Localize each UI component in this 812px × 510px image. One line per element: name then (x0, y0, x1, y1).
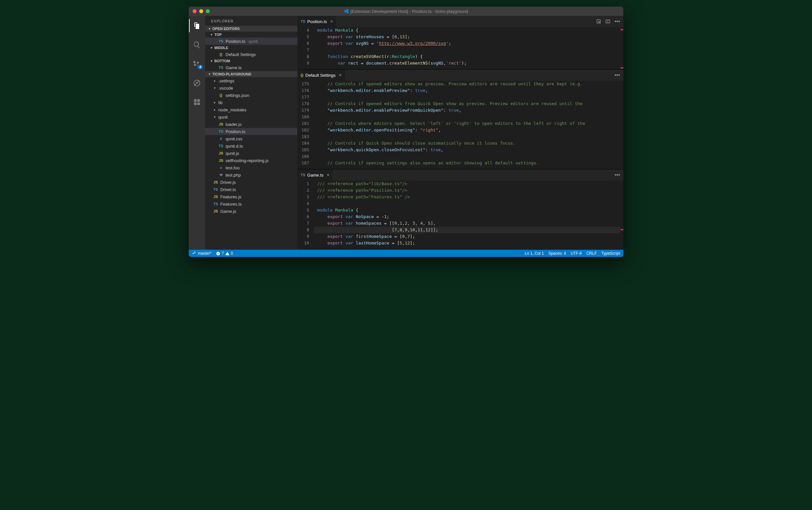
open-editors-group-header[interactable]: ▾MIDDLE (205, 45, 297, 51)
code-line[interactable] (314, 200, 620, 207)
close-icon[interactable]: × (327, 172, 329, 177)
code-line[interactable]: // Controls if opened editors from Quick… (314, 101, 620, 107)
open-editors-group-header[interactable]: ▾TOP (205, 32, 297, 37)
titlebar[interactable]: [Extension Development Host] - Position.… (189, 7, 623, 16)
open-editor-item[interactable]: {}Default Settings (205, 51, 297, 58)
open-editor-item[interactable]: TSPosition.tsqunit (205, 37, 297, 45)
code-line[interactable] (314, 114, 620, 120)
code-area[interactable]: 456789module Mankala { export var storeH… (297, 27, 623, 69)
file-item[interactable]: JSFeatures.js (205, 193, 297, 200)
code-line[interactable] (314, 153, 620, 160)
file-item[interactable]: JSGame.js (205, 207, 297, 215)
status-problems[interactable]: 7 0 (216, 251, 233, 256)
code-content[interactable]: // Controls if opened editors show as pr… (314, 81, 620, 169)
file-item[interactable]: ❤test.php (205, 171, 297, 178)
file-item[interactable]: JSloader.js (205, 120, 297, 128)
activity-debug[interactable] (189, 77, 205, 90)
code-area[interactable]: 12345678910/// <reference path="lib/Base… (297, 180, 623, 250)
code-line[interactable]: export var svgNS = 'http://www.w3.org/20… (314, 40, 620, 47)
file-name: test.php (225, 173, 241, 177)
open-editors-header[interactable]: ▾ OPEN EDITORS (205, 26, 297, 32)
code-line[interactable]: // Controls if opening settings also ope… (314, 160, 620, 166)
window-minimize-button[interactable] (199, 9, 203, 13)
file-name: Position.ts (225, 39, 245, 44)
code-line[interactable]: export var homeSpaces = [[0,1,2, 3, 4, 5… (314, 220, 620, 227)
file-name: Features.ts (220, 202, 242, 206)
code-line[interactable]: function createSVGRect(r:Rectangle) { (314, 53, 620, 60)
split-editor-button[interactable] (605, 19, 610, 24)
editor-tab[interactable]: TSGame.ts× (297, 169, 333, 180)
code-line[interactable] (314, 47, 620, 53)
code-line[interactable]: var rect = document.createElementNS(svgN… (314, 60, 620, 66)
editor-tab[interactable]: {}Default Settings× (297, 69, 345, 81)
code-line[interactable]: [7,8,9,10,11,12]]; (314, 227, 620, 233)
file-type-icon: JS (218, 159, 223, 163)
status-language[interactable]: TypeScript (601, 251, 620, 256)
workspace-header[interactable]: ▾ TICINO-PLAYGROUND (205, 71, 297, 77)
more-actions-button[interactable]: ••• (614, 19, 620, 24)
editor-tab[interactable]: TSPosition.ts× (297, 16, 336, 27)
folder-item[interactable]: ▸node_modules (205, 106, 297, 113)
code-line[interactable]: module Mankala { (314, 27, 620, 34)
code-line[interactable]: "workbench.quickOpen.closeOnFocusLost": … (314, 147, 620, 153)
code-line[interactable]: // Controls if Quick Open should close a… (314, 140, 620, 147)
file-item[interactable]: TSPosition.ts (205, 128, 297, 135)
code-line[interactable]: // Controls if opened editors show as pr… (314, 81, 620, 87)
file-item[interactable]: TSFeatures.ts (205, 200, 297, 207)
open-editor-item[interactable]: TSGame.ts (205, 64, 297, 71)
file-item[interactable]: ≡test.foo (205, 164, 297, 171)
window-maximize-button[interactable] (206, 9, 210, 13)
close-icon[interactable]: × (330, 19, 333, 24)
folder-item[interactable]: ▾qunit (205, 113, 297, 120)
code-content[interactable]: /// <reference path="lib/Base.ts"/>/// <… (314, 180, 620, 250)
status-encoding[interactable]: UTF-8 (571, 251, 582, 256)
code-area[interactable]: 175176177178179180181182183184185186187 … (297, 81, 623, 169)
code-line[interactable]: export var lastHomeSpace = [5,12]; (314, 240, 620, 247)
window-close-button[interactable] (192, 9, 197, 13)
code-line[interactable]: "workbench.editor.enablePreviewFromQuick… (314, 107, 620, 114)
file-item[interactable]: TSqunit.d.ts (205, 142, 297, 149)
code-content[interactable]: module Mankala { export var storeHouses … (314, 27, 620, 69)
code-line[interactable]: export var NoSpace = -1; (314, 214, 620, 220)
code-line[interactable] (314, 94, 620, 101)
status-branch[interactable]: master* (192, 251, 211, 256)
code-line[interactable]: /// <reference path="Features.ts" /> (314, 194, 620, 200)
sidebar: EXPLORER ▾ OPEN EDITORS ▾TOPTSPosition.t… (205, 16, 297, 250)
activity-extensions[interactable] (189, 95, 205, 109)
folder-item[interactable]: ▸lib (205, 99, 297, 106)
file-item[interactable]: TSDriver.ts (205, 186, 297, 193)
code-line[interactable]: "workbench.editor.enablePreview": true, (314, 87, 620, 94)
activity-search[interactable] (189, 38, 205, 51)
file-item[interactable]: {}settings.json (205, 92, 297, 99)
folder-item[interactable]: ▸.settings (205, 77, 297, 84)
open-editors-group-header[interactable]: ▾BOTTOM (205, 58, 297, 64)
minimap[interactable] (620, 81, 623, 169)
file-item[interactable]: #qunit.css (205, 135, 297, 142)
minimap[interactable] (620, 180, 623, 250)
code-line[interactable]: /// <reference path="Position.ts"/> (314, 187, 620, 194)
close-icon[interactable]: × (339, 73, 341, 78)
code-line[interactable]: /// <reference path="lib/Base.ts"/> (314, 180, 620, 187)
code-line[interactable]: export var firstHomeSpace = [0,7]; (314, 233, 620, 240)
status-spaces[interactable]: Spaces: 4 (548, 251, 566, 256)
file-item[interactable]: JSqunit.js (205, 149, 297, 157)
activity-scm[interactable]: 4 (189, 57, 205, 70)
file-item[interactable]: JSDriver.js (205, 178, 297, 186)
file-type-icon: {} (218, 93, 223, 97)
chevron-down-icon: ▾ (208, 27, 211, 30)
folder-item[interactable]: ▾.vscode (205, 84, 297, 92)
folder-name: .vscode (218, 86, 233, 91)
activity-explorer[interactable] (189, 19, 205, 32)
minimap[interactable] (620, 27, 623, 69)
code-line[interactable]: module Mankala { (314, 207, 620, 214)
file-item[interactable]: JSselfhosting-reporting.js (205, 157, 297, 164)
code-line[interactable]: export var storeHouses = [6,13]; (314, 34, 620, 40)
more-actions-button[interactable]: ••• (614, 172, 620, 178)
code-line[interactable] (314, 134, 620, 140)
explorer-reveal-button[interactable] (596, 19, 601, 24)
more-actions-button[interactable]: ••• (614, 72, 620, 78)
status-eol[interactable]: CRLF (587, 251, 597, 256)
code-line[interactable]: // Controls where editors open. Select '… (314, 120, 620, 127)
status-lncol[interactable]: Ln 1, Col 1 (525, 251, 544, 256)
code-line[interactable]: "workbench.editor.openPositioning": "rig… (314, 127, 620, 134)
